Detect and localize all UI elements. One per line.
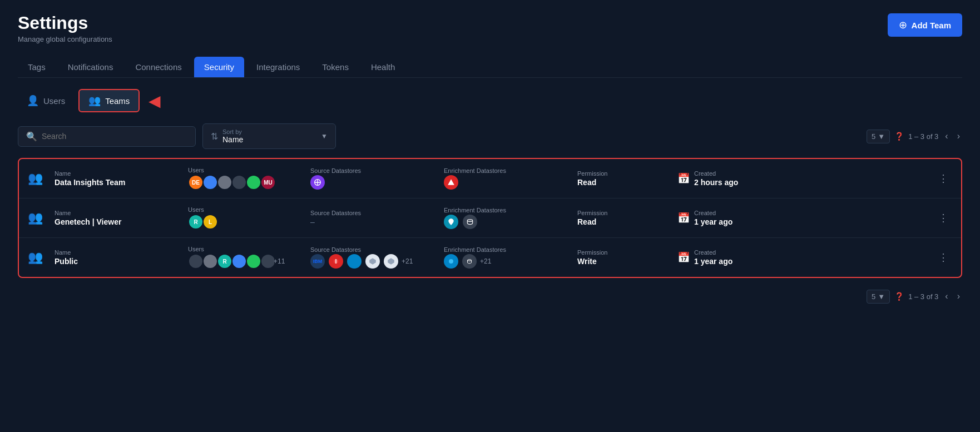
prev-page-button[interactable]: ‹ [943, 129, 950, 143]
team-actions-col: ⋮ [934, 170, 952, 187]
avatar [202, 254, 218, 269]
datastore-icon: IBM [310, 254, 325, 269]
team-source-col: Source Datastores [310, 167, 444, 190]
team-source-col: Source Datastores IBM [310, 246, 444, 269]
red-arrow-icon: ◀ [149, 92, 161, 110]
team-name-col: Name Public [55, 249, 188, 266]
tab-integrations[interactable]: Integrations [246, 57, 310, 77]
sort-label-small: Sort by [222, 128, 243, 135]
team-name-col: Name Data Insights Team [55, 170, 188, 187]
next-page-button[interactable]: › [955, 129, 962, 143]
page-title: Settings [18, 13, 112, 33]
page-range: 1 – 3 of 3 [908, 132, 938, 141]
per-page-chevron-bottom: ▼ [878, 292, 885, 301]
source-extra-count: +21 [402, 257, 413, 265]
search-input[interactable] [42, 132, 187, 141]
next-page-button-bottom[interactable]: › [955, 289, 962, 304]
avatar [246, 254, 261, 269]
team-name: Data Insights Team [55, 178, 188, 187]
tab-notifications[interactable]: Notifications [58, 57, 123, 77]
per-page-select[interactable]: 5 ▼ [867, 130, 890, 143]
per-page-select-bottom[interactable]: 5 ▼ [867, 290, 890, 304]
name-label: Name [55, 249, 188, 256]
avatar [188, 254, 204, 269]
avatar [217, 175, 232, 190]
permission-value: Read [577, 178, 677, 187]
svg-point-1 [467, 220, 472, 222]
team-users-col: Users R L [188, 206, 310, 230]
search-icon: 🔍 [26, 131, 37, 142]
teams-table: 👥 Name Data Insights Team Users DE MU So… [18, 158, 962, 278]
enrichment-label: Enrichment Datastores [444, 167, 577, 174]
subnav-teams-label: Teams [105, 96, 130, 106]
tab-tags[interactable]: Tags [18, 57, 56, 77]
prev-page-button-bottom[interactable]: ‹ [943, 289, 950, 304]
created-label: Created [694, 170, 738, 177]
created-value: 1 year ago [694, 257, 732, 266]
team-name: Genetech | Viewer [55, 217, 188, 226]
more-options-button[interactable]: ⋮ [936, 249, 951, 266]
plus-icon: ⊕ [899, 19, 907, 31]
tab-security[interactable]: Security [194, 57, 244, 77]
datastore-icon [444, 215, 458, 229]
sub-nav: 👤 Users 👥 Teams ◀ [18, 89, 962, 112]
team-actions-col: ⋮ [934, 249, 952, 266]
team-permission-col: Permission Read [577, 170, 677, 187]
team-icon-col: 👥 [28, 171, 55, 186]
permission-value: Write [577, 257, 677, 266]
sort-label-main: Name [222, 135, 243, 144]
calendar-icon: 📅 [677, 172, 690, 185]
teams-icon: 👥 [88, 95, 101, 107]
help-icon[interactable]: ❓ [894, 132, 904, 141]
tab-health[interactable]: Health [361, 57, 405, 77]
datastore-icon [384, 254, 398, 269]
table-row: 👥 Name Data Insights Team Users DE MU So… [19, 159, 961, 198]
avatar: DE [188, 175, 204, 190]
toolbar: 🔍 ⇅ Sort by Name ▼ 5 ▼ ❓ [18, 123, 962, 149]
page-subtitle: Manage global configurations [18, 35, 112, 43]
created-value: 1 year ago [694, 217, 732, 226]
subnav-users[interactable]: 👤 Users [18, 90, 74, 111]
users-label: Users [188, 246, 310, 252]
team-enrichment-col: Enrichment Datastores [444, 167, 577, 190]
avatar: MU [260, 175, 276, 190]
no-source-value: – [310, 217, 315, 226]
tab-tokens[interactable]: Tokens [312, 57, 359, 77]
created-label: Created [694, 210, 732, 216]
add-team-button[interactable]: ⊕ Add Team [888, 13, 962, 37]
avatar [246, 175, 261, 190]
more-options-button[interactable]: ⋮ [936, 170, 951, 187]
enrichment-icons: +21 [444, 254, 577, 269]
pagination-top: 5 ▼ ❓ 1 – 3 of 3 ‹ › [867, 129, 962, 143]
team-icon-col: 👥 [28, 250, 55, 265]
datastore-icon [347, 254, 362, 269]
datastore-icon [462, 254, 477, 269]
enrichment-label: Enrichment Datastores [444, 207, 577, 213]
source-label: Source Datastores [310, 210, 444, 216]
team-name: Public [55, 257, 188, 266]
permission-value: Read [577, 217, 677, 226]
avatar: R [217, 254, 232, 269]
team-enrichment-col: Enrichment Datastores [444, 207, 577, 229]
team-permission-col: Permission Write [577, 249, 677, 266]
more-options-button[interactable]: ⋮ [936, 210, 951, 226]
per-page-chevron: ▼ [878, 132, 885, 141]
calendar-icon: 📅 [677, 212, 690, 224]
datastore-icon [310, 175, 325, 190]
subnav-teams[interactable]: 👥 Teams [78, 89, 140, 112]
team-created-col: 📅 Created 1 year ago [677, 249, 934, 266]
datastore-icon [444, 175, 458, 190]
team-actions-col: ⋮ [934, 210, 952, 226]
enrichment-icons [444, 175, 577, 190]
team-users-col: Users R +11 [188, 246, 310, 269]
sort-dropdown[interactable]: ⇅ Sort by Name ▼ [202, 123, 336, 149]
source-icons [310, 175, 444, 190]
tab-connections[interactable]: Connections [125, 57, 191, 77]
created-value: 2 hours ago [694, 178, 738, 187]
permission-label: Permission [577, 249, 677, 256]
team-created-col: 📅 Created 1 year ago [677, 210, 934, 226]
svg-point-6 [468, 260, 472, 261]
team-permission-col: Permission Read [577, 210, 677, 226]
help-icon-bottom[interactable]: ❓ [894, 292, 904, 301]
datastore-icon [365, 254, 380, 269]
